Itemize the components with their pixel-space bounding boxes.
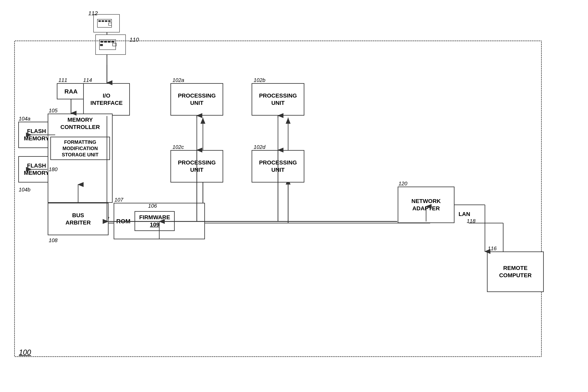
- svg-rect-29: [109, 23, 112, 25]
- main-box-label: 100: [19, 348, 31, 357]
- device-112-icon: [96, 17, 117, 30]
- proc-a-label: 102a: [173, 77, 184, 83]
- fmsu-label: 180: [49, 166, 58, 172]
- io-interface-box: I/OINTERFACE: [83, 83, 130, 116]
- bus-arbiter-box: BUSARBITER: [48, 203, 109, 235]
- raa-label: 111: [59, 77, 67, 83]
- rom-num-label: 107: [115, 197, 123, 203]
- lan-line-label: 118: [467, 218, 475, 224]
- memory-controller-box: MEMORYCONTROLLER FORMATTINGMODIFICATIONS…: [48, 114, 113, 203]
- rom-label: ROM: [116, 217, 131, 225]
- raa-box: RAA: [57, 83, 85, 99]
- proc-d-label: 102d: [254, 144, 265, 150]
- device-112: [93, 14, 120, 32]
- io-label: 114: [83, 77, 92, 83]
- diagram-container: 112 110 100 RAA 111 I/OINTERFACE 114 PRO…: [8, 8, 580, 384]
- fmsu-box: FORMATTINGMODIFICATIONSTORAGE UNIT: [50, 137, 110, 160]
- proc-c-label: 102c: [173, 144, 184, 150]
- svg-rect-27: [105, 20, 107, 22]
- processing-unit-b: PROCESSINGUNIT: [252, 83, 304, 116]
- svg-rect-28: [108, 20, 111, 22]
- bus-106-label: 106: [148, 203, 157, 209]
- network-adapter-box: NETWORKADAPTER: [398, 186, 454, 223]
- rom-outer-box: ROM FIRMWARE 109: [114, 203, 205, 239]
- network-adapter-label: 120: [398, 180, 407, 187]
- flash-a-label: 104a: [19, 116, 31, 122]
- svg-rect-25: [98, 20, 101, 22]
- processing-unit-a: PROCESSINGUNIT: [170, 83, 223, 116]
- device-112-label: 112: [88, 10, 98, 17]
- lan-label: LAN: [458, 211, 470, 218]
- bus-arbiter-label: 108: [49, 237, 58, 244]
- processing-unit-d: PROCESSINGUNIT: [252, 150, 304, 182]
- remote-computer-box: REMOTECOMPUTER: [487, 252, 544, 292]
- proc-b-label: 102b: [254, 77, 265, 83]
- flash-b-label: 104b: [19, 186, 31, 193]
- svg-rect-26: [102, 20, 104, 22]
- memory-controller-num: 105: [49, 108, 58, 114]
- remote-computer-label: 116: [488, 246, 496, 252]
- firmware-box: FIRMWARE 109: [135, 211, 175, 231]
- processing-unit-c: PROCESSINGUNIT: [170, 150, 223, 182]
- memory-controller-label: MEMORYCONTROLLER: [50, 116, 110, 131]
